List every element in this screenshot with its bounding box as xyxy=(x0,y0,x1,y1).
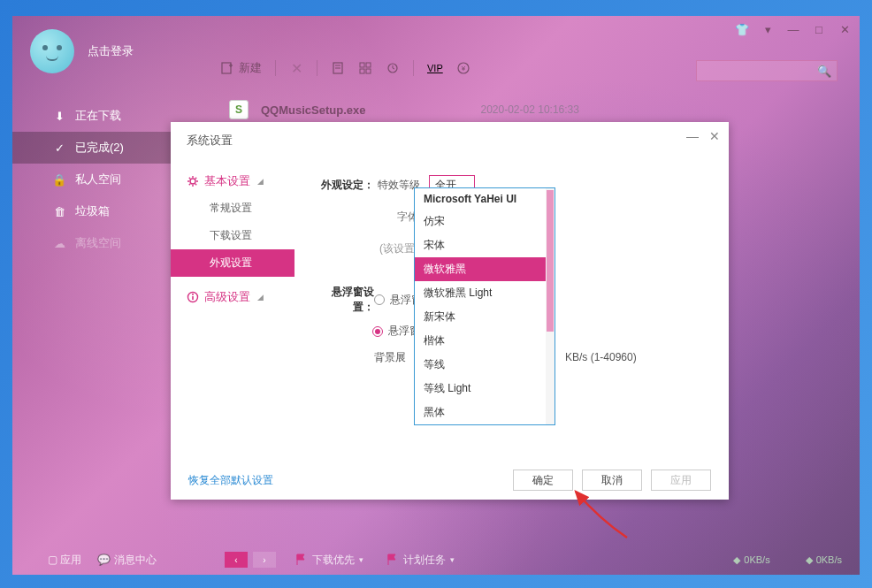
dropdown-item[interactable]: 宋体 xyxy=(415,233,555,257)
float-radio-1[interactable] xyxy=(374,294,385,305)
sidebar-label: 垃圾箱 xyxy=(75,203,110,219)
dialog-title: 系统设置 xyxy=(171,122,729,159)
toolbar: 新建 ✕ VIP ¥ xyxy=(220,60,470,76)
separator xyxy=(275,60,276,76)
main-window: 👕 ▾ — □ ✕ 点击登录 新建 ✕ VIP ¥ 🔍 ⬇ 正在下载 ✓ xyxy=(12,16,860,575)
file-date: 2020-02-02 10:16:33 xyxy=(480,103,578,116)
grid-icon[interactable] xyxy=(358,61,372,75)
dropdown-item[interactable]: 黑体 xyxy=(415,401,555,424)
nav-advanced[interactable]: 高级设置 ◢ xyxy=(171,284,294,310)
dropdown-item[interactable]: 等线 Light xyxy=(415,377,555,401)
delete-icon[interactable]: ✕ xyxy=(289,61,303,75)
dropdown-item[interactable]: 楷体 xyxy=(415,329,555,353)
plan-task[interactable]: 计划任务 ▾ xyxy=(386,553,455,568)
dropdown-item[interactable]: 微软雅黑 xyxy=(415,257,555,281)
nav-basic[interactable]: 基本设置 ◢ xyxy=(171,168,294,195)
app-button[interactable]: ▢ 应用 xyxy=(48,553,81,568)
svg-rect-9 xyxy=(366,69,371,73)
svg-rect-6 xyxy=(360,63,364,67)
nav-download[interactable]: 下载设置 xyxy=(171,222,294,249)
search-icon: 🔍 xyxy=(817,65,831,78)
trash-icon: 🗑 xyxy=(52,204,66,218)
gear-icon xyxy=(187,175,199,187)
avatar[interactable] xyxy=(30,29,74,73)
font-dropdown: Microsoft YaHei UI 仿宋 宋体 微软雅黑 微软雅黑 Light… xyxy=(414,187,555,425)
dropdown-item[interactable]: 微软雅黑 Light xyxy=(415,281,555,305)
dialog-close[interactable]: ✕ xyxy=(709,129,720,143)
scrollbar[interactable] xyxy=(546,188,555,424)
svg-point-16 xyxy=(192,294,194,295)
vip-icon[interactable]: VIP xyxy=(427,61,443,75)
reset-link[interactable]: 恢复全部默认设置 xyxy=(188,473,273,488)
status-bar: ▢ 应用 💬 消息中心 ‹ › 下载优先 ▾ 计划任务 ▾ ◆ 0KB/s ◆ … xyxy=(12,545,860,575)
maximize-icon[interactable]: □ xyxy=(813,23,825,35)
dialog-nav: 基本设置 ◢ 常规设置 下载设置 外观设置 高级设置 ◢ xyxy=(171,159,294,464)
exe-icon: S xyxy=(229,100,249,119)
svg-rect-8 xyxy=(360,69,364,73)
bg-label: 背景展 xyxy=(374,350,406,365)
info-icon xyxy=(187,291,199,303)
sidebar-label: 私人空间 xyxy=(75,172,121,187)
svg-rect-7 xyxy=(366,63,371,67)
dropdown-item[interactable]: 仿宋 xyxy=(415,210,555,233)
float-radio-2[interactable] xyxy=(372,326,383,337)
dialog-minimize[interactable]: — xyxy=(686,129,699,143)
svg-text:¥: ¥ xyxy=(461,65,466,73)
msg-button[interactable]: 💬 消息中心 xyxy=(97,553,156,568)
new-icon xyxy=(220,61,234,75)
download-speed: ◆ 0KB/s xyxy=(733,554,769,566)
cancel-button[interactable]: 取消 xyxy=(582,470,642,491)
expand-icon: ◢ xyxy=(257,293,264,302)
check-icon: ✓ xyxy=(52,141,66,155)
dropdown-item[interactable]: Microsoft YaHei UI xyxy=(415,188,555,210)
file-name: QQMusicSetup.exe xyxy=(261,103,365,117)
flag-icon xyxy=(295,554,308,566)
refresh-icon[interactable] xyxy=(386,61,400,75)
new-button[interactable]: 新建 xyxy=(220,60,262,76)
appearance-label: 外观设定： xyxy=(312,178,374,193)
expand-icon: ◢ xyxy=(257,177,264,186)
svg-rect-0 xyxy=(222,63,231,73)
search-input[interactable]: 🔍 xyxy=(696,60,838,81)
separator xyxy=(413,60,414,76)
cloud-icon: ☁ xyxy=(52,236,66,250)
download-priority[interactable]: 下载优先 ▾ xyxy=(295,553,363,568)
dropdown-item[interactable]: 新宋体 xyxy=(415,305,555,329)
lock-icon: 🔒 xyxy=(52,172,66,187)
currency-icon[interactable]: ¥ xyxy=(456,61,470,75)
separator xyxy=(317,60,317,76)
window-titlebar: 👕 ▾ — □ ✕ xyxy=(736,16,860,42)
apply-button[interactable]: 应用 xyxy=(651,470,711,491)
nav-general[interactable]: 常规设置 xyxy=(171,195,294,222)
dropdown-item[interactable]: 等线 xyxy=(415,353,555,377)
minimize-icon[interactable]: — xyxy=(787,23,799,35)
prev-page[interactable]: ‹ xyxy=(225,552,248,568)
new-label: 新建 xyxy=(239,60,262,76)
nav-appearance[interactable]: 外观设置 xyxy=(171,249,294,277)
upload-speed: ◆ 0KB/s xyxy=(806,554,842,566)
speed-suffix: KB/s (1-40960) xyxy=(565,351,637,363)
sidebar-label: 离线空间 xyxy=(75,235,121,251)
dialog-footer: 恢复全部默认设置 确定 取消 应用 xyxy=(171,461,729,500)
document-icon[interactable] xyxy=(331,61,345,75)
close-icon[interactable]: ✕ xyxy=(838,23,851,35)
shirt-icon[interactable]: 👕 xyxy=(736,23,748,35)
next-page[interactable]: › xyxy=(253,552,276,568)
sidebar-label: 正在下载 xyxy=(75,108,121,124)
download-icon: ⬇ xyxy=(52,109,66,123)
flag-icon xyxy=(386,554,399,566)
float-label: 悬浮窗设置： xyxy=(312,285,374,315)
login-text[interactable]: 点击登录 xyxy=(88,43,134,59)
ok-button[interactable]: 确定 xyxy=(513,470,573,491)
svg-point-13 xyxy=(190,179,195,184)
sidebar-label: 已完成(2) xyxy=(75,140,124,156)
file-row[interactable]: S QQMusicSetup.exe 2020-02-02 10:16:33 xyxy=(229,100,579,119)
dropdown-icon[interactable]: ▾ xyxy=(761,23,774,35)
